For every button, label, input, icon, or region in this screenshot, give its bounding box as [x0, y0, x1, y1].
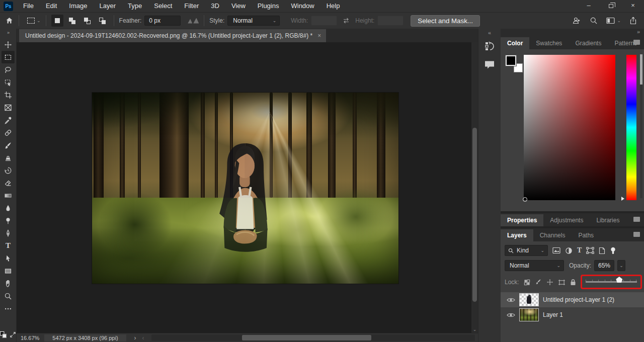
tab-channels[interactable]: Channels — [533, 229, 572, 241]
restore-button[interactable] — [600, 0, 622, 12]
lock-position-icon[interactable] — [546, 279, 553, 286]
expand-panels-icon[interactable]: » — [501, 29, 644, 36]
layer-row-layer-1[interactable]: Layer 1 — [501, 307, 644, 322]
tab-gradients[interactable]: Gradients — [569, 37, 608, 49]
visibility-eye-icon[interactable] — [507, 312, 515, 318]
filter-toggle-icon[interactable] — [610, 247, 616, 254]
smart-object-filter-icon[interactable] — [599, 247, 605, 254]
select-and-mask-button[interactable]: Select and Mask... — [411, 15, 480, 27]
blend-mode-select[interactable]: Normal ⌄ — [505, 260, 564, 271]
crop-tool[interactable] — [2, 89, 15, 101]
tool-preset-picker[interactable]: ⌄ — [27, 18, 41, 24]
menu-filter[interactable]: Filter — [178, 0, 205, 12]
intersect-selection-button[interactable] — [97, 15, 109, 27]
canvas-area[interactable] — [17, 42, 472, 333]
scroll-down-icon[interactable]: ⌄ — [471, 327, 478, 332]
feather-input[interactable]: 0 px — [144, 16, 181, 26]
shape-filter-icon[interactable] — [586, 247, 594, 254]
tab-paths[interactable]: Paths — [572, 229, 600, 241]
frame-tool[interactable] — [2, 101, 15, 114]
menu-image[interactable]: Image — [63, 0, 93, 12]
menu-edit[interactable]: Edit — [40, 0, 63, 12]
lock-artboard-icon[interactable] — [558, 279, 566, 286]
menu-window[interactable]: Window — [285, 0, 320, 12]
lock-pixels-icon[interactable] — [535, 279, 542, 286]
menu-3d[interactable]: 3D — [205, 0, 225, 12]
layer-thumbnail[interactable] — [520, 294, 538, 306]
foreground-background-swatches[interactable] — [506, 55, 523, 72]
panel-menu-icon[interactable] — [633, 232, 640, 237]
home-icon[interactable] — [5, 17, 14, 25]
menu-view[interactable]: View — [225, 0, 252, 12]
tab-color[interactable]: Color — [501, 37, 529, 49]
screen-mode-icon[interactable] — [9, 328, 17, 341]
lock-all-icon[interactable] — [570, 279, 576, 286]
new-selection-button[interactable] — [51, 15, 63, 27]
hue-slider[interactable] — [626, 55, 636, 200]
adjustment-filter-icon[interactable] — [565, 247, 573, 254]
panel-menu-icon[interactable] — [633, 217, 640, 222]
tab-adjustments[interactable]: Adjustments — [543, 214, 590, 226]
close-button[interactable]: × — [622, 0, 644, 12]
rectangle-tool[interactable] — [2, 265, 15, 277]
panel-scrollbar-thumb[interactable] — [640, 54, 642, 84]
menu-select[interactable]: Select — [148, 0, 178, 12]
menu-help[interactable]: Help — [320, 0, 346, 12]
clone-stamp-tool[interactable] — [2, 151, 15, 164]
menu-type[interactable]: Type — [122, 0, 148, 12]
horizontal-scrollbar-thumb[interactable] — [242, 335, 371, 340]
menu-layer[interactable]: Layer — [94, 0, 122, 12]
brush-tool[interactable] — [2, 139, 15, 151]
zoom-tool[interactable] — [2, 290, 15, 302]
color-cursor[interactable] — [523, 197, 527, 202]
tab-properties[interactable]: Properties — [501, 214, 543, 226]
gradient-tool[interactable] — [2, 189, 15, 202]
tab-libraries[interactable]: Libraries — [590, 214, 626, 226]
eraser-tool[interactable] — [2, 177, 15, 189]
collapse-panels-icon[interactable]: « — [478, 29, 501, 41]
saturation-brightness-field[interactable] — [524, 55, 615, 200]
zoom-level-field[interactable]: 16.67% — [17, 335, 44, 341]
close-document-icon[interactable]: × — [317, 32, 321, 39]
document-tab[interactable]: Untitled design - 2024-09-19T124602.002-… — [19, 29, 326, 42]
vertical-scrollbar-thumb[interactable] — [472, 128, 477, 302]
tab-swatches[interactable]: Swatches — [529, 37, 569, 49]
minimize-button[interactable]: – — [578, 0, 600, 12]
swap-dimensions-icon[interactable] — [342, 17, 350, 24]
history-brush-tool[interactable] — [2, 164, 15, 177]
style-select[interactable]: Normal ⌄ — [227, 16, 280, 26]
layer-opacity-slider[interactable] — [586, 281, 637, 283]
hue-slider-marker[interactable] — [621, 197, 624, 201]
color-swatches-icon[interactable] — [0, 328, 8, 341]
layer-name[interactable]: Layer 1 — [543, 311, 563, 318]
rectangular-marquee-tool[interactable] — [2, 51, 15, 63]
filter-kind-select[interactable]: Kind ⌄ — [505, 245, 548, 256]
menu-file[interactable]: File — [17, 0, 40, 12]
status-chevron-icon[interactable]: › — [134, 334, 136, 341]
eyedropper-tool[interactable] — [2, 114, 15, 126]
history-icon[interactable] — [484, 41, 495, 52]
edit-toolbar-icon[interactable] — [2, 302, 15, 315]
toolbar-expand-icon[interactable]: » — [0, 29, 16, 38]
vertical-scrollbar[interactable]: ⌄ — [471, 42, 478, 333]
foreground-color-swatch[interactable] — [506, 55, 516, 66]
opacity-value-field[interactable]: 65% — [594, 260, 614, 271]
hand-tool[interactable] — [2, 277, 15, 290]
type-filter-icon[interactable]: T — [577, 246, 582, 254]
pen-tool[interactable] — [2, 227, 15, 239]
add-user-icon[interactable] — [572, 17, 581, 25]
tab-layers[interactable]: Layers — [501, 229, 533, 241]
lock-transparency-icon[interactable] — [524, 279, 530, 286]
search-icon[interactable] — [590, 17, 598, 25]
panel-menu-icon[interactable] — [633, 40, 640, 45]
horizontal-scrollbar[interactable] — [151, 334, 475, 341]
subtract-selection-button[interactable] — [82, 15, 94, 27]
layer-opacity-slider-thumb[interactable] — [616, 277, 622, 283]
layer-name[interactable]: Untitled project-Layer 1 (2) — [543, 296, 614, 303]
lasso-tool[interactable] — [2, 63, 15, 76]
spot-healing-brush-tool[interactable] — [2, 126, 15, 139]
share-icon[interactable] — [629, 17, 637, 25]
layer-thumbnail[interactable] — [520, 309, 538, 321]
object-selection-tool[interactable] — [2, 76, 15, 89]
visibility-eye-icon[interactable] — [507, 297, 515, 303]
